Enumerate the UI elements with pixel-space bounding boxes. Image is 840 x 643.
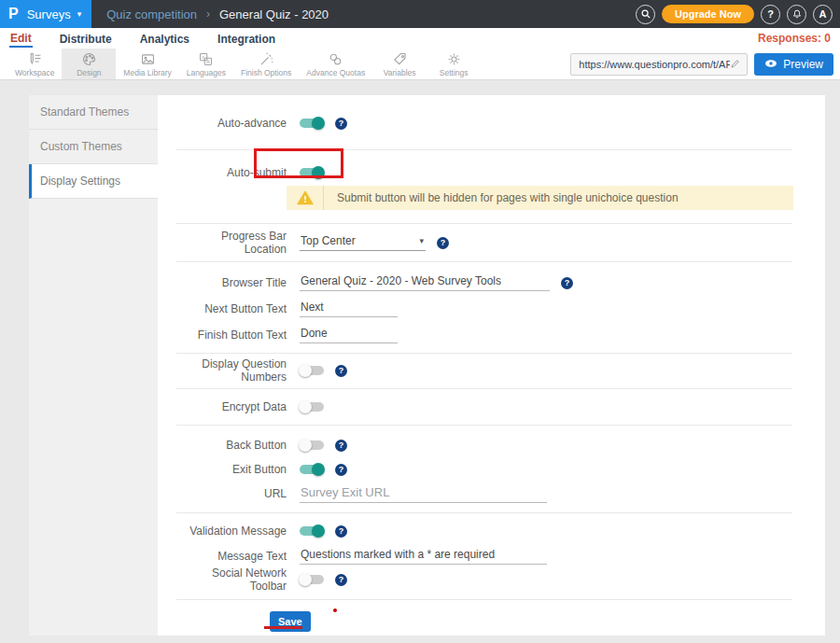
display-question-numbers-help-icon[interactable]: ? <box>335 365 347 377</box>
display-settings-panel: Auto-advance ? Auto-submit <box>158 95 825 636</box>
social-network-toolbar-toggle[interactable] <box>300 575 324 584</box>
progress-bar-help-icon[interactable]: ? <box>437 237 449 249</box>
breadcrumb: Quiz competition › General Quiz - 2020 <box>106 7 329 21</box>
tab-distribute[interactable]: Distribute <box>59 31 113 47</box>
message-text-label: Message Text <box>176 550 287 563</box>
browser-title-help-icon[interactable]: ? <box>561 277 573 289</box>
design-palette-icon <box>81 51 97 67</box>
progress-bar-location-label: Progress Bar Location <box>176 230 287 256</box>
edit-toolbar: Workspace Design Media Library x A Langu… <box>0 49 840 80</box>
toolbar-item-advance-quotas[interactable]: Advance Quotas <box>299 49 372 79</box>
exit-button-label: Exit Button <box>176 463 287 476</box>
design-sidebar: Standard Themes Custom Themes Display Se… <box>29 95 158 636</box>
survey-url-box <box>570 53 748 76</box>
next-button-text-label: Next Button Text <box>176 302 287 315</box>
media-library-icon <box>140 51 156 67</box>
message-text-input[interactable] <box>300 548 547 565</box>
social-network-toolbar-label: Social Network Toolbar <box>176 566 287 593</box>
auto-submit-warning-banner: Submit button will be hidden for pages w… <box>287 186 793 210</box>
encrypt-data-toggle[interactable] <box>300 402 324 412</box>
survey-nav-tabs: Edit Distribute Analytics Integration Re… <box>0 28 840 49</box>
surveys-menu-label: Surveys <box>27 7 71 21</box>
encrypt-data-label: Encrypt Data <box>176 400 287 413</box>
browser-title-label: Browser Title <box>176 276 287 289</box>
exit-button-help-icon[interactable]: ? <box>335 464 347 476</box>
breadcrumb-survey-name: General Quiz - 2020 <box>219 7 329 21</box>
chevron-down-icon: ▾ <box>419 236 424 245</box>
back-button-help-icon[interactable]: ? <box>335 440 347 452</box>
notifications-bell-icon[interactable] <box>787 5 806 24</box>
content-area: Standard Themes Custom Themes Display Se… <box>0 80 840 643</box>
validation-message-help-icon[interactable]: ? <box>335 525 347 538</box>
questionpro-logo-icon[interactable]: P <box>8 7 19 21</box>
toolbar-item-finish-options[interactable]: Finish Options <box>233 49 299 79</box>
browser-title-input[interactable] <box>300 274 550 291</box>
auto-advance-help-icon[interactable]: ? <box>335 118 347 130</box>
auto-advance-label: Auto-advance <box>176 117 287 130</box>
languages-icon: x A <box>198 51 214 67</box>
exit-url-label: URL <box>176 487 287 500</box>
toolbar-item-variables[interactable]: Variables <box>372 49 427 79</box>
survey-exit-url-input[interactable] <box>300 485 547 503</box>
gear-icon <box>446 51 462 67</box>
next-button-text-input[interactable] <box>300 301 398 317</box>
upgrade-now-button[interactable]: Upgrade Now <box>662 5 754 23</box>
social-network-toolbar-help-icon[interactable]: ? <box>335 574 347 586</box>
annotation-underline <box>264 626 302 629</box>
toolbar-item-languages[interactable]: x A Languages <box>179 49 233 79</box>
toolbar-item-media-library[interactable]: Media Library <box>116 49 179 79</box>
progress-bar-location-select[interactable]: Top Center ▾ <box>300 234 426 251</box>
auto-submit-toggle[interactable] <box>300 168 324 177</box>
tab-edit[interactable]: Edit <box>9 30 33 48</box>
warning-message: Submit button will be hidden for pages w… <box>324 191 679 204</box>
tag-icon <box>392 51 408 67</box>
exit-button-toggle[interactable] <box>300 465 324 474</box>
search-icon[interactable] <box>636 5 655 24</box>
help-icon[interactable]: ? <box>761 5 780 24</box>
auto-submit-label: Auto-submit <box>176 166 287 179</box>
display-question-numbers-toggle[interactable] <box>300 366 324 375</box>
top-navbar: P Surveys ▾ Quiz competition › General Q… <box>0 0 840 28</box>
validation-message-toggle[interactable] <box>300 526 324 536</box>
toolbar-item-settings[interactable]: Settings <box>427 49 481 79</box>
finish-button-text-label: Finish Button Text <box>176 328 287 342</box>
back-button-toggle[interactable] <box>300 440 324 450</box>
warning-triangle-icon <box>287 186 324 210</box>
sidebar-item-custom-themes[interactable]: Custom Themes <box>29 130 158 164</box>
back-button-label: Back Button <box>176 439 287 452</box>
svg-text:x: x <box>203 54 205 60</box>
magic-wand-icon <box>259 51 274 67</box>
svg-text:A: A <box>207 59 211 64</box>
preview-button[interactable]: Preview <box>754 53 833 76</box>
finish-button-text-input[interactable] <box>300 327 398 343</box>
edit-url-pencil-icon[interactable] <box>730 56 741 73</box>
display-question-numbers-label: Display Question Numbers <box>176 357 287 384</box>
breadcrumb-folder-link[interactable]: Quiz competition <box>106 7 197 21</box>
avatar[interactable]: A <box>813 5 833 24</box>
sidebar-item-standard-themes[interactable]: Standard Themes <box>29 95 158 130</box>
chevron-down-icon: ▾ <box>77 9 82 19</box>
toolbar-item-workspace[interactable]: Workspace <box>7 49 62 79</box>
validation-message-label: Validation Message <box>176 524 287 538</box>
product-switcher[interactable]: P Surveys ▾ <box>0 0 91 28</box>
breadcrumb-separator: › <box>206 7 210 21</box>
auto-advance-toggle[interactable] <box>300 119 324 128</box>
survey-url-input[interactable] <box>579 59 730 70</box>
sidebar-item-display-settings[interactable]: Display Settings <box>29 164 158 199</box>
workspace-icon <box>27 51 43 67</box>
toolbar-item-design[interactable]: Design <box>62 49 116 79</box>
eye-icon <box>764 58 777 71</box>
responses-count[interactable]: Responses: 0 <box>758 32 831 45</box>
annotation-dot <box>333 608 337 612</box>
chain-links-icon <box>328 51 343 67</box>
tab-analytics[interactable]: Analytics <box>139 31 190 47</box>
tab-integration[interactable]: Integration <box>217 31 276 47</box>
